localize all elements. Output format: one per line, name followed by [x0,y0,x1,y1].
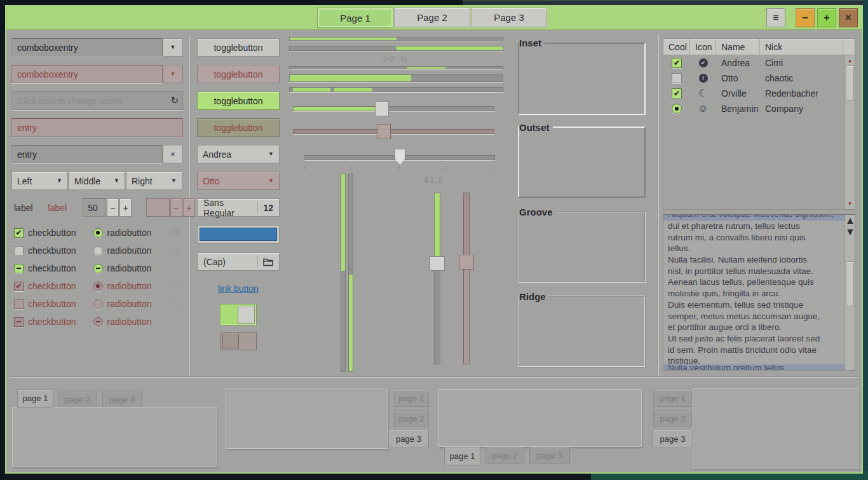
tab-page-3[interactable]: Page 3 [471,8,547,27]
spin-plus-button[interactable]: + [119,198,132,217]
checkbox-unchecked[interactable] [14,246,24,256]
notebook3-tab-page2[interactable]: page 2 [485,447,524,464]
spinner-icon [169,281,179,291]
checkbox-mixed[interactable] [14,264,24,273]
switch-off-disabled [220,332,257,350]
hscale-handle[interactable] [375,101,389,116]
progress-fill [349,275,353,371]
togglebutton-active[interactable]: togglebutton [197,92,280,110]
column-header-nick[interactable]: Nick [760,39,843,55]
clipped-selected-line: Aliquam erat volutpat. Maecenas dignissi… [663,215,844,221]
hscale[interactable] [293,106,494,111]
scroll-down-icon[interactable]: ▼ [845,226,855,238]
notebook4-tab-page2[interactable]: page 2 [653,410,692,427]
tab-page-1[interactable]: Page 1 [317,8,393,28]
titlebar: Page 1 Page 2 Page 3 ≡ − + × [6,6,862,30]
entry-input[interactable] [11,145,163,163]
tree-scrollbar[interactable]: ▲ ▼ [844,55,855,209]
checkbox-checked-disabled: ✔ [14,282,24,291]
notebook4-tab-page3[interactable]: page 3 [653,430,693,448]
check-icon: ✔ [674,59,680,67]
column-header-icon[interactable]: Icon [690,39,716,55]
notebook4-tab-page1[interactable]: page 1 [653,390,692,407]
mode-entry-input[interactable] [11,92,183,110]
combobox-middle[interactable]: Middle ▼ [69,172,125,190]
spinbutton-disabled: − + [146,198,195,217]
clipped-line: Nulla vestibulum pretium tellus [663,364,844,370]
textview-scrollbar[interactable]: ▲ ▼ [844,215,855,370]
tree-row[interactable]: ☺ Benjamin Company [663,101,855,116]
column-header-name[interactable]: Name [716,39,760,55]
togglebutton[interactable]: togglebutton [197,38,280,57]
notebook1-tab-page2[interactable]: page 2 [58,391,97,408]
progressbar-activity [289,66,503,69]
radio-checked[interactable] [93,228,103,238]
close-button[interactable]: × [839,8,858,27]
frame-box [518,127,646,198]
mixed-mark [96,321,100,322]
check-radio-row: checkbutton radiobutton [11,259,183,277]
maximize-button[interactable]: + [817,8,836,27]
row-checkbox-unchecked[interactable] [672,73,682,83]
scroll-down-icon[interactable]: ▼ [845,201,855,207]
label-disabled: label [48,203,67,213]
scrollbar-thumb[interactable] [846,65,854,100]
togglebutton-active-disabled: togglebutton [197,118,280,137]
menu-icon[interactable]: ≡ [766,8,785,27]
minimize-button[interactable]: − [796,8,815,27]
radio-unchecked[interactable] [93,246,103,256]
text-line: molestie quis, fringilla in arcu. [668,288,843,299]
row-checkbox-checked[interactable]: ✔ [672,58,682,68]
notebook3-tab-page3[interactable]: page 3 [529,447,570,464]
frame-box [518,43,646,115]
switch-knob[interactable] [238,306,255,324]
tree-row[interactable]: ✔ ✔ Andrea Cimi [663,55,855,71]
notebook2-tab-page2[interactable]: page 2 [394,410,429,427]
column-progress-scales: 50 % [289,30,505,378]
hscale-disabled [293,129,494,134]
hscale-marks-handle[interactable] [395,149,405,165]
scroll-up-icon[interactable]: ▲ [845,58,855,64]
checkbox-checked[interactable]: ✔ [14,228,24,238]
notebook2-tab-page3[interactable]: page 3 [388,430,429,448]
notebook2-tab-page1[interactable]: page 1 [394,390,429,407]
font-button[interactable]: Sans Regular 12 [197,198,280,217]
link-button[interactable]: link button [197,284,280,294]
vscale-disabled [463,193,470,364]
notebook1-tab-page1[interactable]: page 1 [17,389,53,408]
textview[interactable]: Aliquam erat volutpat. Maecenas dignissi… [663,214,855,371]
radio-mixed[interactable] [93,264,103,273]
notebook2-content [226,388,388,449]
scale-mark [399,166,400,170]
comboboxentry-dropdown-button[interactable]: ▼ [163,38,183,57]
tab-page-2[interactable]: Page 2 [394,8,470,27]
radio-dot [96,231,100,235]
refresh-icon[interactable]: ↻ [170,95,179,106]
column-header-cool[interactable]: Cool [663,39,690,55]
color-button[interactable] [197,225,280,243]
tree-row[interactable]: ! Otto chaotic [663,71,855,86]
file-chooser-button[interactable]: (Cap) [197,252,280,271]
tree-row[interactable]: ✔ ☾ Orville Redenbacher [663,86,855,101]
spin-minus-button[interactable]: − [107,198,119,217]
combobox-left[interactable]: Left ▼ [11,172,68,190]
row-radio-checked[interactable] [672,104,682,114]
notebook3-tab-page1[interactable]: page 1 [444,447,480,465]
row-checkbox-checked[interactable]: ✔ [672,88,682,99]
font-size: 12 [263,203,273,213]
vscale[interactable] [434,193,440,364]
frame-groove [518,211,646,283]
radio-unchecked-disabled [93,299,103,309]
clear-button[interactable]: × [163,145,183,163]
name-combobox[interactable]: Andrea ▼ [197,145,280,163]
comboboxentry-input[interactable] [11,38,163,57]
scroll-up-icon[interactable]: ▲ [845,215,855,226]
combobox-right[interactable]: Right ▼ [126,172,182,190]
radio-checked-disabled [93,282,103,291]
radiobutton-label: radiobutton [107,245,152,256]
vscale-handle[interactable] [430,256,445,271]
scrollbar-thumb[interactable] [846,261,854,307]
spinbutton-value[interactable]: 50 [83,198,106,217]
notebook1-tab-page3[interactable]: page 3 [102,391,142,408]
switch-on[interactable] [220,304,257,326]
